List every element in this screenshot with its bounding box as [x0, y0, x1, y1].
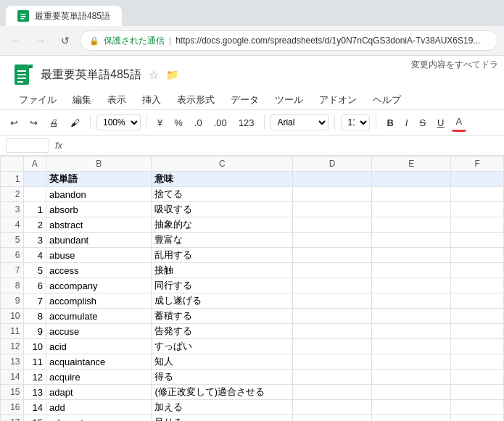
format123-button[interactable]: 123 — [234, 114, 259, 131]
cell-a-4[interactable]: 2 — [23, 217, 46, 233]
table-row[interactable]: 42abstract抽象的な — [1, 217, 504, 233]
cell-d-6[interactable] — [293, 248, 372, 263]
cell-f-8[interactable] — [451, 278, 504, 293]
cell-d-7[interactable] — [293, 263, 372, 278]
cell-b-12[interactable]: acid — [46, 339, 152, 354]
row-header-8[interactable]: 8 — [1, 278, 24, 293]
cell-e-3[interactable] — [372, 202, 451, 217]
cell-b-10[interactable]: accumulate — [46, 309, 152, 324]
cell-a-16[interactable]: 14 — [23, 400, 46, 415]
col-header-d[interactable]: D — [293, 157, 372, 172]
cell-e-11[interactable] — [372, 324, 451, 339]
row-header-6[interactable]: 6 — [1, 248, 24, 263]
cell-d-12[interactable] — [293, 339, 372, 354]
table-row[interactable]: 75access接触 — [1, 263, 504, 278]
forward-button[interactable]: → — [30, 30, 51, 51]
cell-d-8[interactable] — [293, 278, 372, 293]
cell-d-14[interactable] — [293, 370, 372, 385]
cell-c-16[interactable]: 加える — [152, 400, 293, 415]
menu-edit[interactable]: 編集 — [65, 91, 99, 109]
cell-b-7[interactable]: access — [46, 263, 152, 278]
cell-e-7[interactable] — [372, 263, 451, 278]
cell-d-10[interactable] — [293, 309, 372, 324]
row-header-9[interactable]: 9 — [1, 293, 24, 309]
menu-help[interactable]: ヘルプ — [365, 91, 408, 109]
cell-e-15[interactable] — [372, 385, 451, 400]
cell-a-1[interactable] — [23, 172, 46, 187]
table-row[interactable]: 1英単語意味 — [1, 172, 504, 187]
row-header-7[interactable]: 7 — [1, 263, 24, 278]
cell-f-7[interactable] — [451, 263, 504, 278]
cell-b-11[interactable]: accuse — [46, 324, 152, 339]
currency-button[interactable]: ¥ — [153, 114, 167, 131]
cell-b-2[interactable]: abandon — [46, 187, 152, 202]
row-header-17[interactable]: 17 — [1, 415, 24, 422]
star-icon[interactable]: ☆ — [149, 68, 159, 82]
cell-f-3[interactable] — [451, 202, 504, 217]
table-row[interactable]: 53abundant豊富な — [1, 233, 504, 248]
cell-e-8[interactable] — [372, 278, 451, 293]
cell-b-5[interactable]: abundant — [46, 233, 152, 248]
table-row[interactable]: 1715adequate足りる — [1, 415, 504, 422]
back-button[interactable]: ← — [6, 30, 26, 51]
cell-d-9[interactable] — [293, 293, 372, 309]
cell-a-7[interactable]: 5 — [23, 263, 46, 278]
cell-a-14[interactable]: 12 — [23, 370, 46, 385]
address-bar[interactable]: 🔒 保護された通信 | https://docs.google.com/spre… — [80, 30, 498, 51]
cell-c-9[interactable]: 成し遂げる — [152, 293, 293, 309]
cell-e-16[interactable] — [372, 400, 451, 415]
cell-f-9[interactable] — [451, 293, 504, 309]
cell-d-1[interactable] — [293, 172, 372, 187]
browser-tab[interactable]: 最重要英単語485語 — [6, 6, 122, 26]
cell-a-5[interactable]: 3 — [23, 233, 46, 248]
cell-b-16[interactable]: add — [46, 400, 152, 415]
cell-f-10[interactable] — [451, 309, 504, 324]
row-header-11[interactable]: 11 — [1, 324, 24, 339]
cell-d-17[interactable] — [293, 415, 372, 422]
cell-b-1[interactable]: 英単語 — [46, 172, 152, 187]
menu-format[interactable]: 表示形式 — [170, 91, 222, 109]
cell-b-15[interactable]: adapt — [46, 385, 152, 400]
print-button[interactable]: 🖨 — [45, 114, 63, 131]
cell-e-10[interactable] — [372, 309, 451, 324]
table-row[interactable]: 64abuse乱用する — [1, 248, 504, 263]
cell-b-9[interactable]: accomplish — [46, 293, 152, 309]
cell-d-5[interactable] — [293, 233, 372, 248]
cell-e-14[interactable] — [372, 370, 451, 385]
underline-button[interactable]: U — [433, 114, 448, 131]
cell-a-9[interactable]: 7 — [23, 293, 46, 309]
redo-button[interactable]: ↪ — [25, 114, 42, 131]
font-select[interactable]: Arial — [270, 114, 329, 130]
cell-c-8[interactable]: 同行する — [152, 278, 293, 293]
decimal0-button[interactable]: .0 — [190, 114, 207, 131]
cell-e-5[interactable] — [372, 233, 451, 248]
cell-f-12[interactable] — [451, 339, 504, 354]
cell-f-17[interactable] — [451, 415, 504, 422]
row-header-5[interactable]: 5 — [1, 233, 24, 248]
col-header-f[interactable]: F — [451, 157, 504, 172]
spreadsheet-container[interactable]: A B C D E F 1英単語意味2abandon捨てる31absorb吸収す… — [0, 156, 504, 421]
cell-f-14[interactable] — [451, 370, 504, 385]
cell-c-12[interactable]: すっぱい — [152, 339, 293, 354]
strikethrough-button[interactable]: S — [415, 114, 430, 131]
cell-b-8[interactable]: accompany — [46, 278, 152, 293]
cell-d-13[interactable] — [293, 354, 372, 370]
row-header-4[interactable]: 4 — [1, 217, 24, 233]
cell-b-6[interactable]: abuse — [46, 248, 152, 263]
table-row[interactable]: 1210acidすっぱい — [1, 339, 504, 354]
table-row[interactable]: 97accomplish成し遂げる — [1, 293, 504, 309]
cell-a-11[interactable]: 9 — [23, 324, 46, 339]
percent-button[interactable]: % — [170, 114, 187, 131]
cell-d-16[interactable] — [293, 400, 372, 415]
table-row[interactable]: 119accuse告発する — [1, 324, 504, 339]
cell-c-15[interactable]: (修正改変して)適合させる — [152, 385, 293, 400]
cell-a-8[interactable]: 6 — [23, 278, 46, 293]
cell-c-11[interactable]: 告発する — [152, 324, 293, 339]
italic-button[interactable]: I — [401, 114, 413, 131]
cell-e-6[interactable] — [372, 248, 451, 263]
cell-c-1[interactable]: 意味 — [152, 172, 293, 187]
cell-f-6[interactable] — [451, 248, 504, 263]
col-header-a[interactable]: A — [23, 157, 46, 172]
cell-a-13[interactable]: 11 — [23, 354, 46, 370]
cell-b-13[interactable]: acquaintance — [46, 354, 152, 370]
